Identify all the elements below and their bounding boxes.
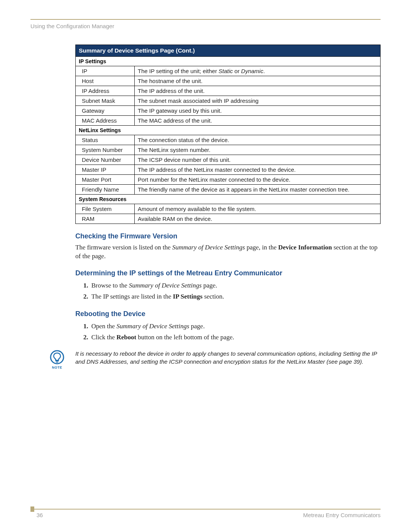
cell-desc: Port number for the NetLinx master conne… xyxy=(135,175,381,185)
cell-label: Status xyxy=(76,135,135,145)
table-row: HostThe hostname of the unit. xyxy=(76,76,381,86)
list-item: Click the Reboot button on the left bott… xyxy=(90,332,381,342)
settings-table: Summary of Device Settings Page (Cont.) … xyxy=(75,45,381,224)
page-footer: 36 Metreau Entry Communicators xyxy=(30,505,381,518)
note-text: It is necessary to reboot the device in … xyxy=(75,350,381,366)
note-callout: NOTE It is necessary to reboot the devic… xyxy=(75,350,381,366)
footer-tab xyxy=(30,506,34,512)
cell-label: Master IP xyxy=(76,165,135,175)
ordered-list: Browse to the Summary of Device Settings… xyxy=(75,280,381,302)
table-row: GatewayThe IP gateway used by this unit. xyxy=(76,106,381,116)
table-section-header: IP Settings xyxy=(76,57,381,66)
page-content: Summary of Device Settings Page (Cont.) … xyxy=(75,45,381,366)
cell-desc: The MAC address of the unit. xyxy=(135,116,381,126)
cell-label: Subnet Mask xyxy=(76,96,135,106)
cell-desc: The IP gateway used by this unit. xyxy=(135,106,381,116)
cell-label: MAC Address xyxy=(76,116,135,126)
doc-title: Metreau Entry Communicators xyxy=(303,512,381,518)
table-row: Master IPThe IP address of the NetLinx m… xyxy=(76,165,381,175)
running-head: Using the Configuration Manager xyxy=(30,23,381,29)
cell-desc: Available RAM on the device. xyxy=(135,214,381,224)
heading-ip: Determining the IP settings of the Metre… xyxy=(75,269,381,277)
cell-desc: The subnet mask associated with IP addre… xyxy=(135,96,381,106)
cell-label: IP xyxy=(76,66,135,76)
table-row: RAMAvailable RAM on the device. xyxy=(76,214,381,224)
cell-desc: The IP address of the NetLinx master con… xyxy=(135,165,381,175)
cell-label: Friendly Name xyxy=(76,185,135,195)
table-row: IPThe IP setting of the unit; either Sta… xyxy=(76,66,381,76)
table-row: Device NumberThe ICSP device number of t… xyxy=(76,155,381,165)
table-title: Summary of Device Settings Page (Cont.) xyxy=(76,45,381,57)
table-section-header: System Resources xyxy=(76,195,381,204)
cell-label: IP Address xyxy=(76,86,135,96)
note-icon: NOTE xyxy=(48,350,66,369)
table-row: IP AddressThe IP address of the unit. xyxy=(76,86,381,96)
list-item: Browse to the Summary of Device Settings… xyxy=(90,280,381,291)
cell-label: Gateway xyxy=(76,106,135,116)
table-row: StatusThe connection status of the devic… xyxy=(76,135,381,145)
page-number: 36 xyxy=(37,512,43,518)
cell-desc: The ICSP device number of this unit. xyxy=(135,155,381,165)
heading-firmware: Checking the Firmware Version xyxy=(75,232,381,240)
table-row: Friendly NameThe friendly name of the de… xyxy=(76,185,381,195)
cell-desc: The connection status of the device. xyxy=(135,135,381,145)
cell-label: Host xyxy=(76,76,135,86)
list-item: Open the Summary of Device Settings page… xyxy=(90,321,381,331)
paragraph: The firmware version is listed on the Su… xyxy=(75,243,381,261)
header-rule xyxy=(30,19,381,20)
table-row: Master PortPort number for the NetLinx m… xyxy=(76,175,381,185)
table-row: System NumberThe NetLinx system number. xyxy=(76,145,381,155)
heading-reboot: Rebooting the Device xyxy=(75,310,381,318)
cell-label: Device Number xyxy=(76,155,135,165)
ordered-list: Open the Summary of Device Settings page… xyxy=(75,321,381,342)
cell-label: RAM xyxy=(76,214,135,224)
table-section-header: NetLinx Settings xyxy=(76,126,381,135)
cell-label: File System xyxy=(76,204,135,214)
footer-rule xyxy=(34,509,381,510)
cell-label: Master Port xyxy=(76,175,135,185)
table-row: File SystemAmount of memory available to… xyxy=(76,204,381,214)
list-item: The IP settings are listed in the IP Set… xyxy=(90,291,381,302)
cell-desc: The IP setting of the unit; either Stati… xyxy=(135,66,381,76)
note-label: NOTE xyxy=(48,366,66,369)
cell-desc: The hostname of the unit. xyxy=(135,76,381,86)
cell-desc: Amount of memory available to the file s… xyxy=(135,204,381,214)
cell-desc: The NetLinx system number. xyxy=(135,145,381,155)
table-row: MAC AddressThe MAC address of the unit. xyxy=(76,116,381,126)
document-page: Using the Configuration Manager Summary … xyxy=(0,0,411,532)
cell-label: System Number xyxy=(76,145,135,155)
cell-desc: The IP address of the unit. xyxy=(135,86,381,96)
cell-desc: The friendly name of the device as it ap… xyxy=(135,185,381,195)
table-row: Subnet MaskThe subnet mask associated wi… xyxy=(76,96,381,106)
